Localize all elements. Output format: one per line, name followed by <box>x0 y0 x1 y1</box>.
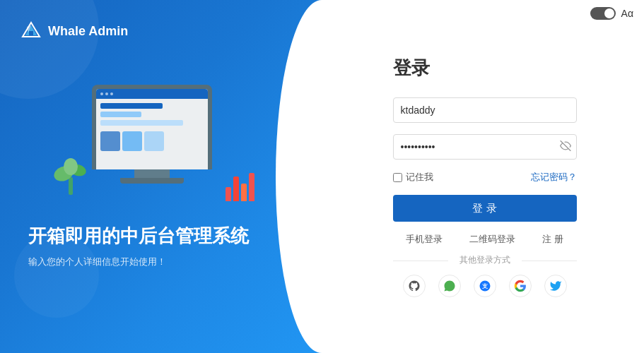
password-group <box>393 134 577 160</box>
plant-icon <box>53 149 88 201</box>
wechat-icon[interactable] <box>438 275 461 297</box>
qrcode-login-option[interactable]: 二维码登录 <box>469 233 515 246</box>
remember-me-text: 记住我 <box>406 171 433 184</box>
other-login-label: 其他登录方式 <box>459 255 510 265</box>
illustration <box>35 56 269 212</box>
phone-login-option[interactable]: 手机登录 <box>406 233 443 246</box>
other-login-divider: 其他登录方式 <box>393 254 577 266</box>
login-button[interactable]: 登 录 <box>393 195 577 222</box>
monitor-illustration <box>92 85 212 184</box>
left-content: 开箱即用的中后台管理系统 输入您的个人详细信息开始使用！ <box>28 224 249 268</box>
toggle-track <box>590 7 616 20</box>
toggle-thumb <box>604 8 614 18</box>
remember-me-checkbox[interactable] <box>393 173 402 182</box>
login-form: 登录 记住我 <box>393 56 577 297</box>
username-input[interactable] <box>393 97 577 123</box>
remember-me-label[interactable]: 记住我 <box>393 171 433 184</box>
github-icon[interactable] <box>403 275 426 297</box>
other-login-options: 手机登录 二维码登录 注 册 <box>393 233 577 246</box>
svg-rect-4 <box>69 177 73 195</box>
dark-mode-toggle[interactable] <box>590 7 616 20</box>
toggle-password-icon[interactable] <box>560 140 571 154</box>
svg-rect-2 <box>29 31 33 35</box>
main-title: 开箱即用的中后台管理系统 <box>28 224 249 249</box>
username-input-wrapper <box>393 97 577 123</box>
username-group <box>393 97 577 123</box>
left-panel: Whale Admin <box>0 0 325 353</box>
social-icons: 支 <box>393 275 577 297</box>
form-title: 登录 <box>393 56 577 80</box>
form-options: 记住我 忘记密码？ <box>393 171 577 184</box>
svg-point-7 <box>64 158 78 175</box>
sub-title: 输入您的个人详细信息开始使用！ <box>28 256 249 268</box>
svg-text:支: 支 <box>482 283 488 289</box>
top-controls: Aα <box>590 7 633 20</box>
forgot-password-link[interactable]: 忘记密码？ <box>531 171 577 184</box>
alipay-icon[interactable]: 支 <box>474 275 496 297</box>
right-panel: 登录 记住我 <box>325 0 644 353</box>
google-icon[interactable] <box>509 275 532 297</box>
language-switcher[interactable]: Aα <box>621 8 633 19</box>
app-name: Whale Admin <box>48 24 128 39</box>
register-option[interactable]: 注 册 <box>542 233 563 246</box>
whale-logo-icon <box>20 20 42 42</box>
password-input-wrapper <box>393 134 577 160</box>
password-input[interactable] <box>393 134 577 160</box>
chart-bars-icon <box>226 173 254 201</box>
logo-area: Whale Admin <box>20 20 128 42</box>
twitter-icon[interactable] <box>544 275 567 297</box>
